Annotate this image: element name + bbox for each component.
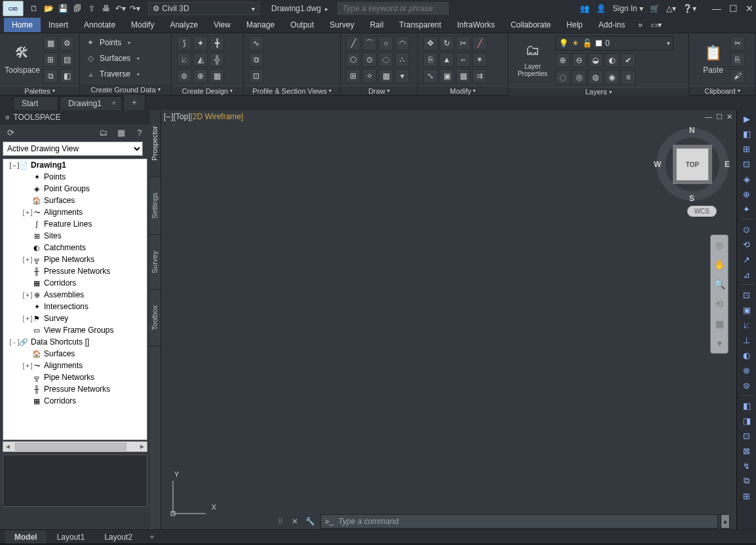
expand-icon[interactable]: [+] [22, 291, 29, 299]
cut-icon[interactable]: ✂ [730, 36, 745, 50]
ribbon-tab-add-ins[interactable]: Add-ins [590, 18, 633, 32]
surfaces-menu[interactable]: ◇Surfaces [85, 52, 140, 65]
right-tool-2[interactable]: ⊞ [740, 142, 754, 155]
workspace-combo[interactable]: ⚙ Civil 3D [148, 2, 259, 15]
nav-showmotion-icon[interactable]: ▦ [712, 316, 727, 331]
erase-icon[interactable]: ╱ [472, 36, 487, 50]
panel-label-ground[interactable]: Create Ground Data [80, 83, 171, 95]
layer-btn-5[interactable]: ✔ [621, 53, 635, 67]
right-tool-11[interactable]: ⊿ [740, 268, 754, 281]
minimize-button[interactable]: — [712, 3, 721, 14]
tree-node[interactable]: 🏠Surfaces [3, 348, 147, 360]
tree-node[interactable]: ╫Pressure Networks [3, 383, 147, 395]
offset-icon[interactable]: ⇉ [472, 69, 487, 83]
right-tool-21[interactable]: ◧ [740, 399, 754, 412]
palette-btn-4[interactable]: ▤ [60, 52, 74, 67]
design-btn-6[interactable]: ╬ [210, 52, 224, 67]
cmdline-history-dropdown[interactable]: ▲ [721, 514, 730, 529]
toolspace-icon-2[interactable]: ▦ [115, 126, 128, 139]
right-tool-19[interactable]: ⊚ [740, 379, 754, 392]
profile-btn-1[interactable]: ∿ [249, 36, 263, 50]
compass-n[interactable]: N [689, 126, 695, 135]
share-icon[interactable]: ▸ [325, 5, 328, 12]
layout-tab-model[interactable]: Model [5, 531, 47, 544]
paste-button[interactable]: 📋 Paste [700, 36, 727, 81]
ribbon-tab-annotate[interactable]: Annotate [76, 18, 123, 32]
right-tool-4[interactable]: ◈ [740, 172, 754, 185]
profile-btn-2[interactable]: ⧉ [249, 52, 263, 67]
copy-clip-icon[interactable]: ⎘ [730, 52, 745, 67]
expand-icon[interactable]: [+] [22, 315, 29, 322]
right-tool-24[interactable]: ⊠ [740, 444, 754, 457]
layout-tab-layout1[interactable]: Layout1 [48, 531, 94, 544]
compass-w[interactable]: W [654, 160, 661, 169]
arc-icon[interactable]: ◠ [395, 36, 409, 50]
tree-node[interactable]: 🏠Surfaces [3, 195, 147, 206]
tree-node[interactable]: [+]⚑Survey [3, 312, 147, 324]
app-icon[interactable]: C3D [3, 1, 24, 16]
viewport-maximize-icon[interactable]: ☐ [716, 113, 723, 121]
toolspace-title[interactable]: TOOLSPACE [0, 110, 150, 124]
view-cube[interactable]: TOP N S E W [656, 128, 728, 200]
design-btn-3[interactable]: ╋ [210, 36, 224, 50]
layout-add-button[interactable]: ＋ [143, 529, 161, 544]
ribbon-tab-analyze[interactable]: Analyze [162, 18, 206, 32]
draw-btn-5[interactable]: ⬡ [346, 52, 360, 67]
design-btn-2[interactable]: ✦ [193, 36, 208, 50]
appstore-icon[interactable]: △▾ [666, 4, 676, 13]
draw-btn-12[interactable]: ▾ [395, 69, 409, 83]
new-doc-tab[interactable]: ＋ [123, 94, 145, 110]
tree-node[interactable]: ✦Intersections [3, 301, 147, 312]
layout-tab-layout2[interactable]: Layout2 [95, 531, 142, 544]
tree-node[interactable]: ∫Feature Lines [3, 218, 147, 230]
right-tool-18[interactable]: ⊗ [740, 364, 754, 377]
ribbon-tab-infraworks[interactable]: InfraWorks [449, 18, 503, 32]
toolspace-help-icon[interactable]: ? [133, 126, 146, 139]
polyline-icon[interactable]: ⌒ [362, 36, 377, 50]
draw-btn-10[interactable]: ✧ [362, 69, 377, 83]
right-tool-22[interactable]: ◨ [740, 414, 754, 427]
layer-btn-9[interactable]: ◉ [605, 70, 619, 85]
ribbon-tab-insert[interactable]: Insert [41, 18, 76, 32]
expand-icon[interactable]: [+] [22, 209, 29, 216]
palette-btn-3[interactable]: ⊞ [43, 52, 58, 67]
tree-node[interactable]: ◐Catchments [3, 242, 147, 254]
connectivity-icon[interactable]: 👥 [580, 4, 590, 13]
panel-label-design[interactable]: Create Design [172, 86, 243, 95]
design-btn-1[interactable]: ⟆ [177, 36, 191, 50]
viewport-minimize-icon[interactable]: — [705, 113, 712, 121]
tree-node[interactable]: ⊞Sites [3, 230, 147, 242]
nav-orbit-icon[interactable]: ⟲ [712, 297, 727, 311]
tree-node[interactable]: [-]🔗Data Shortcuts [] [3, 336, 147, 348]
wcs-badge[interactable]: WCS [687, 206, 717, 217]
tree-node[interactable]: [-]📄Drawing1 [3, 159, 147, 171]
fillet-icon[interactable]: ⌐ [456, 52, 470, 67]
ucs-icon[interactable]: YX [170, 470, 216, 516]
design-btn-4[interactable]: ⟀ [177, 52, 191, 67]
profile-btn-3[interactable]: ⊡ [249, 69, 263, 83]
expand-icon[interactable]: [+] [22, 362, 29, 369]
right-tool-27[interactable]: ⊞ [740, 489, 754, 502]
right-tool-14[interactable]: ▣ [740, 303, 754, 316]
toolspace-tab-prospector[interactable]: Prospector [150, 110, 161, 177]
panel-label-profile[interactable]: Profile & Section Views [244, 86, 340, 95]
trim-icon[interactable]: ✂ [456, 36, 470, 50]
layer-btn-2[interactable]: ⊖ [572, 53, 586, 67]
compass-s[interactable]: S [689, 194, 694, 203]
toolspace-tab-toolbox[interactable]: Toolbox [150, 290, 161, 347]
tree-node[interactable]: ╦Pipe Networks [3, 371, 147, 383]
traverse-menu[interactable]: ⟁Traverse [85, 67, 140, 81]
right-tool-13[interactable]: ⊡ [740, 288, 754, 301]
tree-node[interactable]: [+]⤳Alignments [3, 206, 147, 218]
draw-btn-11[interactable]: ▦ [379, 69, 393, 83]
toolspace-icon-1[interactable]: 🗂 [96, 126, 109, 139]
ribbon-tab-home[interactable]: Home [4, 18, 41, 32]
right-tool-17[interactable]: ◐ [740, 348, 754, 362]
toolspace-button[interactable]: 🛠 Toolspace [5, 36, 39, 81]
redo-icon[interactable]: ↷▾ [128, 2, 142, 15]
layer-btn-8[interactable]: ◍ [588, 70, 603, 85]
palette-btn-5[interactable]: ⧉ [43, 69, 58, 83]
undo-icon[interactable]: ↶▾ [114, 2, 127, 15]
draw-btn-7[interactable]: ◌ [379, 52, 393, 67]
view-cube-face[interactable]: TOP [676, 148, 709, 181]
